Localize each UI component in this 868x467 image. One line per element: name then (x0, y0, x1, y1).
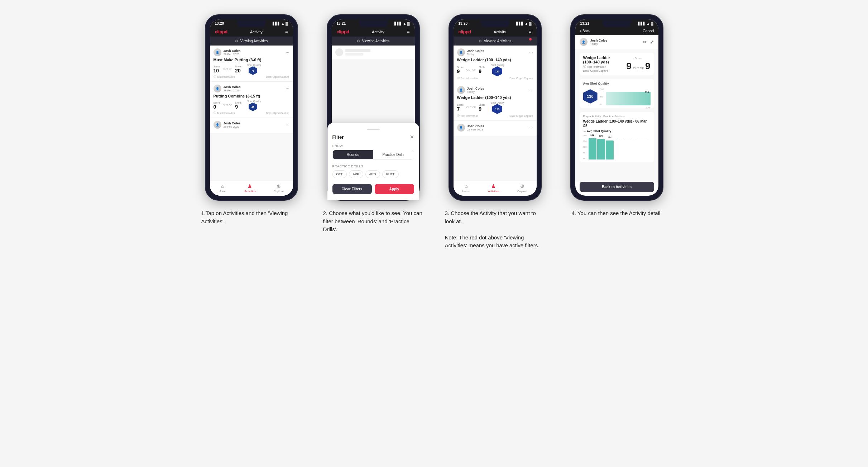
home-icon-3: ⌂ (465, 183, 467, 189)
shots-label-1-2: Shots (235, 101, 241, 104)
wifi-icon-4: ▲ (647, 22, 650, 25)
phone-4: 13:21 ▋▋▋ ▲ ▓ < Back Cancel 👤 (570, 14, 663, 201)
app-logo-2: clippd (337, 29, 349, 34)
viewing-bar-text-1: Viewing Activities (240, 39, 268, 43)
activity-card-3-2[interactable]: 👤 Josh Coles Today ··· Wedge Ladder (100… (454, 83, 537, 121)
card-footer-3-2: ⓘ Test Information Data: Clippd Capture (457, 114, 533, 118)
app-nav-title-3: Activity (494, 30, 506, 34)
more-btn-1-3[interactable]: ··· (286, 122, 289, 127)
card-header-1-3: 👤 Josh Coles 28 Feb 2023 ··· (214, 121, 289, 129)
detail-header: < Back Cancel (575, 27, 658, 35)
viewing-bar-text-2: Viewing Activities (362, 39, 390, 43)
nav-home-3[interactable]: ⌂ Home (462, 183, 470, 193)
phone-inner-4: 13:21 ▋▋▋ ▲ ▓ < Back Cancel 👤 (575, 19, 658, 196)
battery-icon-4: ▓ (651, 22, 653, 25)
detail-score-label: Score (635, 57, 642, 60)
out-of-sep-1-1: OUT OF (223, 68, 232, 71)
detail-user-text: Josh Coles Today (590, 39, 608, 46)
user-name-3-1: Josh Coles (467, 49, 484, 53)
detail-user-date: Today (590, 42, 608, 46)
score-block-score-1-2: Score 0 (214, 101, 220, 110)
scores-row-3-2: Score 7 OUT OF Shots 9 Shot Quality 118 (457, 101, 533, 114)
score-label-1-1: Score (214, 65, 220, 68)
app-logo-3: clippd (459, 29, 471, 34)
filter-close-btn[interactable]: ✕ (410, 134, 414, 140)
filter-toggle-row: Rounds Practice Drills (332, 150, 414, 159)
step-3-description: 3. Choose the Activity that you want to … (445, 209, 545, 250)
chip-app[interactable]: APP (349, 170, 363, 178)
card-user-3-1: 👤 Josh Coles Today (457, 48, 484, 56)
nav-home-1[interactable]: ⌂ Home (219, 183, 226, 193)
card-footer-1-2: ⓘ Test Information Data: Clippd Capture (214, 111, 289, 115)
activity-card-3-3[interactable]: 👤 Josh Coles 28 Feb 2023 ··· (454, 121, 537, 136)
scores-row-3-1: Score 9 OUT OF Shots 9 Shot Quality 130 (457, 64, 533, 76)
clear-filters-btn[interactable]: Clear Filters (332, 184, 372, 194)
app-logo-1: clippd (215, 29, 227, 34)
chip-ott[interactable]: OTT (332, 170, 347, 178)
notch-2 (359, 20, 388, 27)
mini-chart: 100 50 0 130 APP (600, 87, 651, 105)
phone-inner-2: 13:21 ▋▋▋ ▲ ▓ clippd Activity ≡ ⚙ Viewin… (332, 19, 415, 196)
edit-icon[interactable]: ✏ (643, 39, 647, 45)
user-date-3-2: Today (467, 90, 484, 94)
back-activities-btn[interactable]: Back to Activities (580, 182, 654, 192)
filter-drag-handle (367, 129, 380, 130)
footer-left-1-2: ⓘ Test Information (214, 111, 235, 115)
step-4-column: 13:21 ▋▋▋ ▲ ▓ < Back Cancel 👤 (563, 14, 671, 218)
back-btn[interactable]: < Back (580, 29, 591, 33)
more-btn-1-2[interactable]: ··· (286, 86, 289, 91)
pa-bar-3: 124 (606, 140, 614, 159)
score-block-sq-1-2: Shot Quality 45 (247, 100, 261, 111)
score-block-3-1: Score 9 (457, 66, 464, 74)
avg-shot-title: Avg Shot Quality (583, 82, 651, 85)
detail-score-section: Wedge Ladder (100–140 yds) ⓘ Test Inform… (580, 53, 654, 75)
nav-home-label-3: Home (462, 190, 470, 193)
menu-icon-2[interactable]: ≡ (407, 29, 410, 34)
more-btn-3-2[interactable]: ··· (529, 87, 533, 92)
filter-rounds-btn[interactable]: Rounds (333, 150, 373, 159)
card-user-1-1: 👤 Josh Coles 28 Feb 2023 (214, 48, 241, 56)
status-icons-2: ▋▋▋ ▲ ▓ (394, 22, 409, 25)
activity-card-3-1[interactable]: 👤 Josh Coles Today ··· Wedge Ladder (100… (454, 46, 537, 83)
more-btn-3-3[interactable]: ··· (529, 125, 533, 130)
activity-card-1-1[interactable]: 👤 Josh Coles 28 Feb 2023 ··· Must Make P… (210, 46, 293, 82)
user-info-3-3: Josh Coles 28 Feb 2023 (467, 124, 484, 131)
viewing-bar-1[interactable]: ⚙ Viewing Activities (210, 37, 293, 46)
viewing-bar-2[interactable]: ⚙ Viewing Activities (332, 37, 415, 46)
home-icon-1: ⌂ (221, 183, 224, 189)
user-name-3-2: Josh Coles (467, 87, 484, 90)
share-icon[interactable]: ⤢ (650, 39, 654, 45)
nav-home-label-1: Home (219, 190, 226, 193)
nav-activities-1[interactable]: ♟ Activities (244, 183, 256, 193)
more-btn-1-1[interactable]: ··· (286, 50, 289, 55)
chip-putt[interactable]: PUTT (382, 170, 399, 178)
user-name-1-3: Josh Coles (224, 121, 241, 125)
nav-capture-3[interactable]: ⊕ Capture (517, 183, 527, 193)
menu-icon-3[interactable]: ≡ (529, 29, 532, 34)
status-icons-1: ▋▋▋ ▲ ▓ (273, 22, 288, 25)
user-date-1-3: 28 Feb 2023 (224, 125, 241, 128)
viewing-bar-3[interactable]: ⚙ Viewing Activities (454, 37, 537, 46)
card-header-3-2: 👤 Josh Coles Today ··· (457, 86, 533, 94)
filter-practice-btn[interactable]: Practice Drills (373, 150, 414, 159)
chip-arg[interactable]: ARG (365, 170, 380, 178)
filter-title: Filter (332, 134, 344, 140)
wifi-icon-2: ▲ (403, 22, 406, 25)
user-date-1-2: 28 Feb 2023 (224, 89, 241, 92)
detail-content: Wedge Ladder (100–140 yds) ⓘ Test Inform… (575, 49, 658, 182)
step-2-column: 13:21 ▋▋▋ ▲ ▓ clippd Activity ≡ ⚙ Viewin… (320, 14, 427, 234)
red-dot-3 (529, 38, 532, 40)
activity-card-1-3[interactable]: 👤 Josh Coles 28 Feb 2023 ··· (210, 118, 293, 133)
filter-actions: Clear Filters Apply (332, 184, 414, 194)
out-of-sep-1-2: OUT OF (223, 104, 232, 107)
activity-card-1-2[interactable]: 👤 Josh Coles 28 Feb 2023 ··· Putting Com… (210, 82, 293, 118)
score-val-1-1: 10 (214, 68, 220, 73)
card-user-1-2: 👤 Josh Coles 28 Feb 2023 (214, 85, 241, 92)
menu-icon-1[interactable]: ≡ (285, 29, 288, 34)
nav-capture-1[interactable]: ⊕ Capture (274, 183, 284, 193)
nav-activities-3[interactable]: ♟ Activities (488, 183, 499, 193)
user-date-3-3: 28 Feb 2023 (467, 128, 484, 131)
more-btn-3-1[interactable]: ··· (529, 50, 533, 55)
cancel-btn[interactable]: Cancel (643, 29, 654, 33)
apply-filters-btn[interactable]: Apply (375, 184, 414, 194)
